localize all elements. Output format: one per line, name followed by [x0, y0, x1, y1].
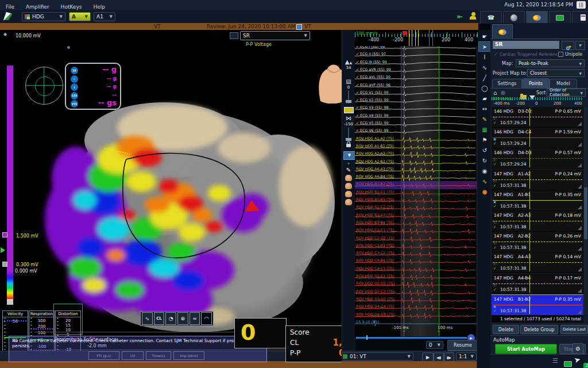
channel-row[interactable]: CS 9-10 (55) — [355, 319, 478, 327]
channel-checkbox[interactable]: ✓ — [356, 52, 359, 56]
channel-row[interactable]: ROV HDG A1-A2 (75) — [355, 136, 478, 144]
channel-row[interactable]: ✓ECG aVR (55)99 — [355, 67, 478, 75]
home-icon[interactable]: ⌂ — [493, 90, 497, 96]
map-point-row[interactable]: 147 HDGA2-B2P-P 0.26 mV⚐✓10:57:31.38 — [492, 232, 583, 252]
step-back-button[interactable]: ◀▮ — [434, 352, 444, 362]
reference-name-field[interactable]: SR — [493, 41, 559, 49]
caliper-yellow-3[interactable] — [415, 30, 416, 46]
tab-model[interactable]: Model — [550, 79, 577, 89]
eraser-icon[interactable]: ▰ — [478, 93, 491, 103]
orientation-compass[interactable] — [25, 67, 63, 105]
rotate-right-icon[interactable]: ↻ — [478, 155, 491, 166]
map-select-dropdown[interactable]: HDG ▼ — [22, 12, 65, 21]
target-icon[interactable]: ◎ — [501, 90, 505, 95]
channel-row[interactable]: ✓ECG V4 (55)99 — [355, 113, 478, 121]
channel-checkbox[interactable]: ✓ — [356, 67, 359, 71]
channel-row[interactable]: ROV HDG D1-D2 (75) — [355, 281, 478, 289]
eye-icon[interactable]: ◉ — [478, 166, 491, 176]
sort-dropdown[interactable]: Order of Collection ▼ — [547, 89, 586, 97]
document-tab[interactable] — [572, 11, 588, 24]
channel-row[interactable]: ROV HDG C3-B3 (75) — [355, 243, 478, 251]
point-expand-handle[interactable] — [578, 163, 582, 167]
automap-settings-gear-icon[interactable]: ⚙ — [572, 343, 583, 354]
channel-row[interactable]: ROV HDG A4-B4 (75) — [355, 174, 478, 182]
cl-pulse-button[interactable]: ∿ — [142, 312, 153, 325]
caliper-yellow-2[interactable] — [412, 30, 412, 46]
channel-row[interactable]: ROV HDG C4-B4 (75) — [355, 258, 478, 266]
gain-slider-thumb[interactable] — [346, 100, 351, 103]
scale-marker-icon[interactable]: ◆ — [3, 32, 7, 37]
channel-row[interactable]: ROV HDG B2-C2 (75) — [355, 204, 478, 212]
caliper-green-line-right[interactable] — [439, 30, 439, 336]
segment-select-dropdown[interactable]: 01: VT ▼ — [340, 352, 413, 361]
point-expand-handle[interactable] — [578, 310, 582, 314]
channel-row[interactable]: ROV HDG A1-B1 (75) — [355, 143, 478, 151]
trigger-marker[interactable] — [403, 31, 407, 35]
channel-row[interactable]: ✓ECG II (55)97 — [355, 51, 478, 59]
measure-icon[interactable]: ↔ — [478, 103, 491, 114]
gain-icon[interactable]: ▤ — [343, 78, 354, 85]
timeline-position-tick[interactable] — [366, 335, 368, 340]
unipole-checkbox[interactable] — [558, 52, 563, 57]
channel-row[interactable]: ROV HDG B3-A3 (75) — [355, 212, 478, 220]
channel-row[interactable]: ROV HDG A2-B2 (75) — [355, 159, 478, 167]
channel-row[interactable]: ROV HDG D1-C1 (75) — [355, 273, 478, 281]
map-point-row[interactable]: 147 HDGA4-B4P-P 0.17 mV⚐✓10:57:31.38 — [492, 274, 583, 294]
channel-row[interactable]: ROV HDG C2-C1 (75) — [355, 227, 478, 235]
map-tab[interactable] — [526, 11, 548, 24]
points-scrollbar-thumb[interactable] — [584, 187, 587, 239]
line-icon[interactable]: ╱ — [478, 72, 491, 83]
points-scrollbar[interactable] — [584, 107, 587, 314]
channel-row[interactable]: ✓ECG III (55)99 — [355, 59, 478, 67]
torso-orientation-icon[interactable] — [315, 62, 342, 103]
display-icon[interactable] — [230, 32, 238, 39]
caliper-yellow-4[interactable] — [418, 30, 419, 46]
channel-row[interactable]: ROV HDG B3-B4 (75) — [355, 220, 478, 228]
reference-settings-button[interactable]: ⚙★ — [562, 41, 574, 50]
tab-settings[interactable]: Settings — [492, 79, 522, 89]
ellipse-icon[interactable]: ◯ — [478, 83, 491, 93]
point-expand-handle[interactable] — [578, 226, 582, 230]
resume-button[interactable]: Resume — [447, 340, 478, 351]
point-expand-handle[interactable] — [578, 205, 582, 209]
map-point-row[interactable]: 146 HDGD4-D3P-P 0.57 mV⚐✓10:57:29.24 — [492, 148, 583, 169]
map-panel-tab[interactable] — [492, 24, 513, 39]
layers-icon[interactable]: ☰ — [552, 357, 558, 365]
channel-checkbox[interactable]: ✓ — [356, 83, 359, 87]
point-expand-handle[interactable] — [578, 185, 582, 189]
point-expand-handle[interactable] — [578, 143, 582, 147]
torso-view-2-icon[interactable] — [345, 183, 352, 189]
channel-row[interactable]: ROV HDG C3-C2 (75) — [355, 250, 478, 258]
point-expand-handle[interactable] — [578, 122, 582, 126]
map-point-row[interactable]: 147 HDGA2-A3P-P 0.18 mV⚐✓10:57:31.38 — [492, 211, 583, 232]
cursor-icon[interactable]: ➤ — [573, 355, 581, 365]
channel-row[interactable]: ROV HDG D4-D3 (75) — [355, 312, 478, 320]
channel-checkbox[interactable]: ✓ — [356, 105, 359, 109]
import-arrow-icon[interactable]: ⇤ — [457, 13, 463, 21]
pan-hand-icon[interactable]: ☛ — [478, 31, 491, 41]
clip-icon[interactable]: ⋈ — [343, 115, 354, 121]
channel-checkbox[interactable]: ✓ — [356, 90, 359, 94]
map-point-row[interactable]: 146 HDGD4-C4P-P 1.59 mV★✓10:57:29.24 — [492, 128, 583, 148]
cl-CL-button[interactable]: CL — [154, 312, 165, 325]
channel-row[interactable]: ✓ECG V6 (55)99 — [355, 128, 478, 136]
select-cursor-icon[interactable]: ➤ — [478, 41, 491, 52]
rotate-left-icon[interactable]: ↺ — [478, 145, 491, 155]
channel-row[interactable]: ✓ECG V1 (55)99 — [355, 90, 478, 98]
waveform-icon[interactable]: ∿ — [478, 176, 491, 186]
device-icon[interactable]: 2 — [583, 358, 588, 368]
menu-item-amplifier[interactable]: Amplifier — [20, 3, 55, 10]
caliper-red-line[interactable] — [401, 46, 402, 336]
menu-item-file[interactable]: File — [0, 3, 20, 10]
map-type-dropdown[interactable]: Peak-to-Peak ▼ — [516, 59, 585, 67]
start-automap-button[interactable]: Start AutoMap — [495, 344, 557, 354]
scale-upper-handle[interactable] — [2, 232, 7, 237]
heart-map-3d[interactable] — [34, 87, 342, 338]
add-marker-icon[interactable] — [344, 107, 354, 113]
caliper-yellow-1[interactable] — [409, 30, 409, 46]
dim-marker-icon[interactable]: • — [343, 160, 354, 167]
channel-row[interactable]: ROV HDG A2-A3 (75) — [355, 151, 478, 159]
channel-row[interactable]: ROV HDG B2-B3 (75) — [355, 197, 478, 205]
cl-move-button[interactable]: ⊕ — [177, 312, 188, 325]
sphere-tab[interactable] — [503, 11, 525, 24]
